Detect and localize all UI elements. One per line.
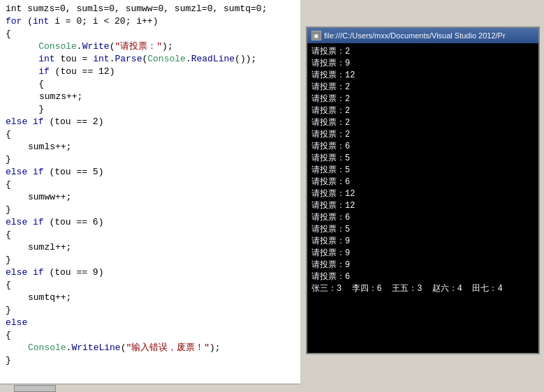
code-line-16: sumww++; — [6, 191, 295, 204]
code-line-5: int tou = int.Parse(Console.ReadLine()); — [17, 53, 295, 66]
console-line-20: 请投票：6 — [311, 271, 534, 283]
code-line-17: } — [6, 204, 295, 216]
code-line-25: } — [6, 304, 295, 317]
console-line-15: 请投票：6 — [311, 212, 534, 224]
code-editor: int sumzs=0, sumls=0, sumww=0, sumzl=0, … — [0, 0, 300, 392]
console-line-10: 请投票：5 — [311, 153, 534, 165]
code-line-27: { — [6, 329, 295, 342]
code-line-12: sumls++; — [6, 141, 295, 153]
code-line-7: { — [17, 78, 295, 91]
console-line-3: 请投票：12 — [311, 70, 534, 82]
code-line-11: { — [6, 128, 295, 141]
console-line-1: 请投票：2 — [311, 46, 534, 58]
console-line-12: 请投票：6 — [311, 176, 534, 188]
console-line-9: 请投票：6 — [311, 141, 534, 153]
code-line-3: { — [6, 28, 295, 40]
code-line-19: { — [6, 229, 295, 241]
code-line-20: sumzl++; — [6, 241, 295, 254]
console-window-icon: ▣ — [311, 31, 321, 40]
code-line-26: else — [6, 317, 295, 329]
console-window: ▣ file:///C:/Users/mxx/Documents/Visual … — [306, 27, 540, 354]
code-line-22: else if (tou == 9) — [6, 266, 295, 279]
code-line-9: } — [17, 103, 295, 116]
code-line-24: sumtq++; — [6, 292, 295, 304]
console-line-11: 请投票：5 — [311, 165, 534, 176]
code-line-8: sumzs++; — [6, 91, 295, 103]
code-line-15: { — [6, 179, 295, 191]
code-line-29: } — [6, 354, 295, 367]
code-line-23: { — [6, 279, 295, 292]
console-line-18: 请投票：9 — [311, 248, 534, 259]
console-titlebar: ▣ file:///C:/Users/mxx/Documents/Visual … — [307, 28, 538, 43]
console-line-4: 请投票：2 — [311, 82, 534, 93]
console-line-14: 请投票：12 — [311, 200, 534, 212]
console-line-17: 请投票：9 — [311, 236, 534, 248]
console-result-line: 张三：3 李四：6 王五：3 赵六：4 田七：4 — [311, 283, 534, 295]
console-line-16: 请投票：5 — [311, 224, 534, 236]
code-line-4: Console.Write("请投票："); — [17, 40, 295, 53]
code-line-13: } — [6, 153, 295, 166]
code-line-21: } — [6, 254, 295, 266]
console-line-8: 请投票：2 — [311, 129, 534, 141]
console-line-7: 请投票：2 — [311, 117, 534, 129]
code-line-10: else if (tou == 2) — [6, 116, 295, 128]
horizontal-scrollbar[interactable] — [0, 384, 300, 392]
code-line-1: int sumzs=0, sumls=0, sumww=0, sumzl=0, … — [6, 3, 295, 15]
console-title: file:///C:/Users/mxx/Documents/Visual St… — [324, 31, 506, 40]
console-line-2: 请投票：9 — [311, 58, 534, 70]
code-line-2: for (int i = 0; i < 20; i++) — [6, 15, 295, 28]
code-line-28: Console.WriteLine("输入错误，废票！"); — [6, 342, 295, 354]
console-line-6: 请投票：2 — [311, 105, 534, 117]
code-line-18: else if (tou == 6) — [6, 216, 295, 229]
console-line-5: 请投票：2 — [311, 93, 534, 105]
code-line-6: if (tou == 12) — [17, 66, 295, 78]
console-line-13: 请投票：12 — [311, 188, 534, 200]
console-output: 请投票：2 请投票：9 请投票：12 请投票：2 请投票：2 请投票：2 请投票… — [307, 43, 538, 353]
console-line-19: 请投票：9 — [311, 259, 534, 271]
code-line-14: else if (tou == 5) — [6, 166, 295, 179]
scrollbar-thumb[interactable] — [14, 385, 56, 392]
